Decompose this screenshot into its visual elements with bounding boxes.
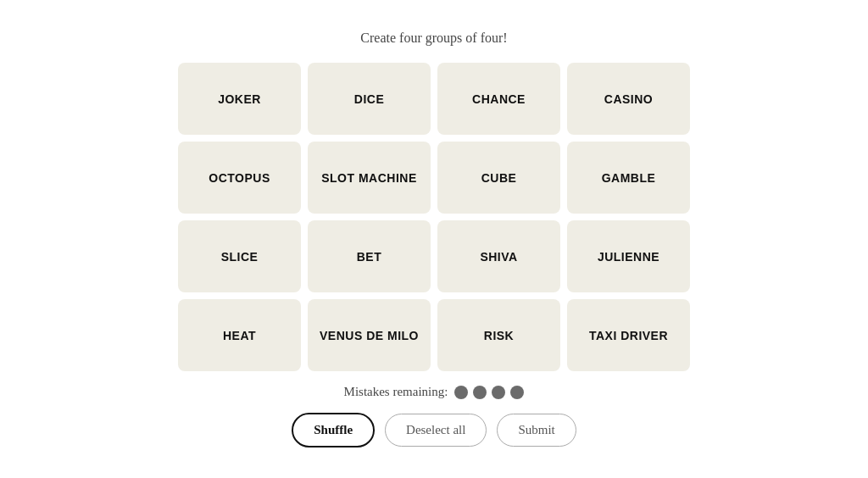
- tile-1[interactable]: DICE: [308, 63, 431, 135]
- tile-12[interactable]: HEAT: [178, 299, 301, 371]
- tile-15[interactable]: TAXI DRIVER: [567, 299, 690, 371]
- tiles-grid: JOKERDICECHANCECASINOOCTOPUSSLOT MACHINE…: [178, 63, 690, 371]
- game-container: Create four groups of four! JOKERDICECHA…: [161, 14, 707, 464]
- tile-7[interactable]: GAMBLE: [567, 142, 690, 214]
- mistakes-label: Mistakes remaining:: [344, 385, 448, 399]
- mistake-dot-1: [473, 386, 487, 399]
- tile-9[interactable]: BET: [308, 220, 431, 292]
- tile-2[interactable]: CHANCE: [437, 63, 560, 135]
- subtitle: Create four groups of four!: [360, 31, 507, 46]
- tile-6[interactable]: CUBE: [437, 142, 560, 214]
- mistake-dot-0: [454, 386, 468, 399]
- tile-0[interactable]: JOKER: [178, 63, 301, 135]
- mistakes-row: Mistakes remaining:: [344, 385, 525, 399]
- buttons-row: Shuffle Deselect all Submit: [292, 413, 576, 447]
- shuffle-button[interactable]: Shuffle: [292, 413, 375, 447]
- tile-13[interactable]: VENUS DE MILO: [308, 299, 431, 371]
- deselect-all-button[interactable]: Deselect all: [385, 414, 487, 447]
- submit-button[interactable]: Submit: [497, 414, 576, 447]
- tile-8[interactable]: SLICE: [178, 220, 301, 292]
- mistake-dot-2: [492, 386, 505, 399]
- tile-10[interactable]: SHIVA: [437, 220, 560, 292]
- tile-11[interactable]: JULIENNE: [567, 220, 690, 292]
- tile-4[interactable]: OCTOPUS: [178, 142, 301, 214]
- mistake-dot-3: [510, 386, 524, 399]
- tile-5[interactable]: SLOT MACHINE: [308, 142, 431, 214]
- dots-container: [454, 386, 524, 399]
- tile-14[interactable]: RISK: [437, 299, 560, 371]
- tile-3[interactable]: CASINO: [567, 63, 690, 135]
